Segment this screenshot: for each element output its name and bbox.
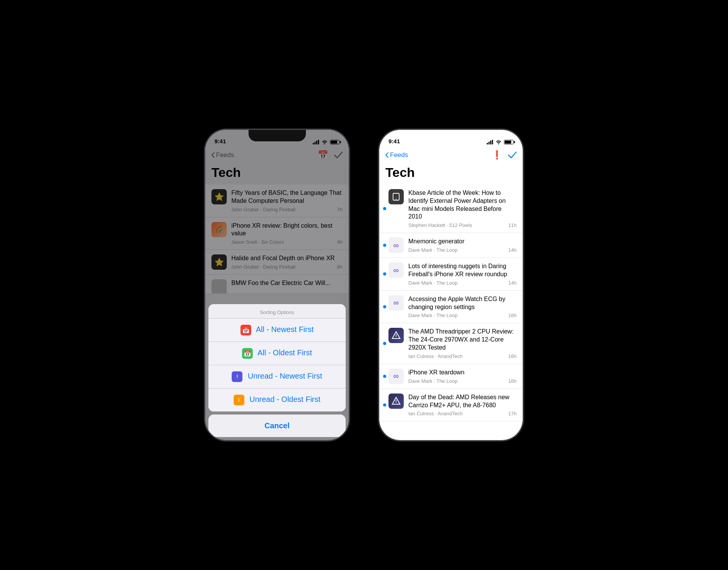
feed-source: Dave Mark · The Loop: [408, 280, 457, 286]
notch-right: [422, 130, 480, 141]
sort-all-oldest-button[interactable]: 📅 All - Oldest First: [208, 342, 346, 365]
sort-unread-oldest-label: Unread - Oldest First: [249, 395, 320, 403]
feed-icon-loop-2: ∞: [388, 262, 404, 278]
feed-meta: Ian Cutress · AnandTech 17h: [408, 411, 517, 416]
nav-icons-right: ❗: [492, 150, 517, 160]
feed-item-right[interactable]: ∞ Accessing the Apple Watch ECG by chang…: [379, 291, 523, 324]
feed-meta: Stephen Hackett · 512 Pixels 11h: [408, 222, 517, 228]
unread-dot: [383, 342, 386, 345]
sort-unread-oldest-button[interactable]: i Unread - Oldest First: [208, 389, 346, 411]
unread-dot: [383, 244, 386, 247]
feed-icon-anandtech-2: [388, 393, 404, 409]
feed-source: Stephen Hackett · 512 Pixels: [408, 222, 472, 228]
feed-icon-anandtech: [388, 328, 404, 343]
feed-icon-loop-4: ∞: [388, 369, 404, 384]
sort-all-newest-label: All - Newest First: [256, 325, 314, 334]
check-icon-right[interactable]: [508, 152, 517, 159]
unread-dot: [383, 272, 386, 275]
feed-title: Accessing the Apple Watch ECG by changin…: [408, 295, 517, 311]
sort-all-oldest-label: All - Oldest First: [258, 348, 312, 357]
feed-title: Lots of interesting nuggets in Daring Fi…: [408, 262, 517, 279]
svg-rect-5: [489, 142, 490, 144]
tablet-icon: [392, 193, 400, 201]
feed-source: Ian Cutress · AnandTech: [408, 353, 463, 359]
sort-unread-newest-label: Unread - Newest First: [248, 372, 322, 380]
feed-title: Day of the Dead: AMD Releases new Carriz…: [408, 393, 517, 410]
infinity-icon: ∞: [393, 241, 399, 250]
feed-meta: Dave Mark · The Loop 16h: [408, 378, 517, 384]
feed-content: Day of the Dead: AMD Releases new Carriz…: [408, 393, 517, 417]
feed-time: 11h: [508, 222, 517, 228]
back-label-right: Feeds: [390, 151, 408, 159]
feed-time: 16h: [508, 378, 517, 384]
feed-icon-loop-3: ∞: [388, 295, 404, 311]
feed-content: Mnemonic generator Dave Mark · The Loop …: [408, 238, 517, 253]
feed-meta: Dave Mark · The Loop 14h: [408, 280, 517, 286]
unread-dot: [383, 375, 386, 378]
feed-content: Accessing the Apple Watch ECG by changin…: [408, 295, 517, 319]
feed-time: 16h: [508, 313, 517, 318]
action-sheet-title: Sorting Options: [208, 304, 346, 319]
unread-dot: [383, 305, 386, 308]
infinity-icon: ∞: [393, 372, 399, 381]
feed-title: iPhone XR teardown: [408, 369, 517, 377]
feed-source: Dave Mark · The Loop: [408, 378, 457, 384]
calendar-green-icon: 📅: [242, 348, 253, 359]
feed-title: Kbase Article of the Week: How to Identi…: [408, 189, 517, 221]
feed-time: 14h: [508, 247, 517, 253]
infinity-icon: ∞: [393, 266, 399, 275]
status-icons-right: [487, 140, 514, 144]
sort-all-newest-button[interactable]: 📅 All - Newest First: [208, 319, 346, 342]
feed-item-right[interactable]: ∞ Lots of interesting nuggets in Daring …: [379, 258, 523, 291]
action-sheet-overlay[interactable]: Sorting Options 📅 All - Newest First 📅 A…: [205, 130, 349, 440]
action-sheet-cancel: Cancel: [208, 415, 346, 437]
phone-left: 9:41: [205, 130, 349, 440]
status-time-right: 9:41: [388, 138, 400, 144]
calendar-red-icon: 📅: [240, 325, 251, 335]
feed-meta: Dave Mark · The Loop 14h: [408, 247, 517, 253]
feed-content: Kbase Article of the Week: How to Identi…: [408, 189, 517, 228]
unread-dot: [383, 403, 386, 406]
feed-title: The AMD Threadripper 2 CPU Review: The 2…: [408, 328, 517, 351]
alert-icon[interactable]: ❗: [492, 150, 502, 160]
feed-time: 16h: [508, 353, 517, 359]
anandtech-logo: [392, 331, 401, 340]
feed-item-right[interactable]: The AMD Threadripper 2 CPU Review: The 2…: [379, 323, 523, 364]
exclamation-purple-icon: !: [232, 371, 242, 382]
infinity-icon: ∞: [393, 298, 399, 307]
feed-meta: Dave Mark · The Loop 16h: [408, 313, 517, 318]
feed-source: Ian Cutress · AnandTech: [408, 411, 463, 416]
feed-title: Mnemonic generator: [408, 238, 517, 246]
feed-meta: Ian Cutress · AnandTech 16h: [408, 353, 517, 359]
phone-right: 9:41: [379, 130, 523, 440]
unread-dot: [383, 207, 386, 210]
feed-item-right[interactable]: ∞ iPhone XR teardown Dave Mark · The Loo…: [379, 364, 523, 389]
battery-icon-right: [504, 140, 514, 144]
sort-unread-newest-button[interactable]: ! Unread - Newest First: [208, 365, 346, 389]
feed-content: The AMD Threadripper 2 CPU Review: The 2…: [408, 328, 517, 359]
feed-source: Dave Mark · The Loop: [408, 247, 457, 253]
info-orange-icon: i: [234, 395, 244, 405]
feed-time: 17h: [508, 411, 517, 416]
feed-item-right[interactable]: Kbase Article of the Week: How to Identi…: [379, 185, 523, 233]
svg-rect-6: [490, 141, 491, 144]
action-sheet: Sorting Options 📅 All - Newest First 📅 A…: [208, 304, 346, 437]
feed-content: iPhone XR teardown Dave Mark · The Loop …: [408, 369, 517, 384]
wifi-icon-right: [496, 140, 502, 144]
anandtech-logo-2: [392, 397, 401, 406]
feed-list-right: Kbase Article of the Week: How to Identi…: [379, 185, 523, 421]
feed-content: Lots of interesting nuggets in Daring Fi…: [408, 262, 517, 286]
action-sheet-main: Sorting Options 📅 All - Newest First 📅 A…: [208, 304, 346, 411]
back-chevron-icon-right: [385, 152, 388, 158]
feed-item-right[interactable]: ∞ Mnemonic generator Dave Mark · The Loo…: [379, 233, 523, 258]
nav-bar-right: Feeds ❗: [379, 147, 523, 164]
back-button-right[interactable]: Feeds: [385, 151, 408, 159]
svg-rect-7: [492, 140, 493, 144]
svg-rect-4: [487, 143, 488, 144]
feed-source: Dave Mark · The Loop: [408, 313, 457, 318]
feed-item-right[interactable]: Day of the Dead: AMD Releases new Carriz…: [379, 389, 523, 421]
feed-icon-loop: ∞: [388, 238, 404, 253]
feed-time: 14h: [508, 280, 517, 286]
cancel-button[interactable]: Cancel: [208, 415, 346, 437]
feed-icon-512px: [388, 189, 404, 204]
